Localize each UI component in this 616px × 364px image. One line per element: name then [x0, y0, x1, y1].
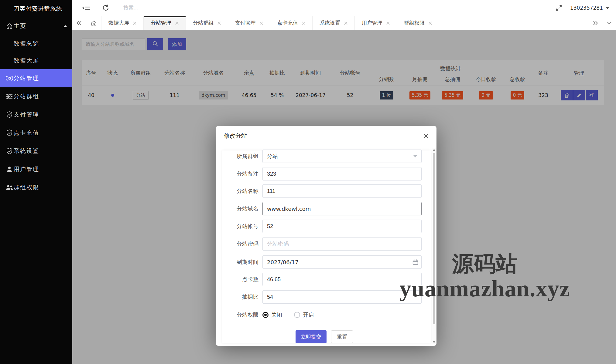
sidebar-item-data-overview[interactable]: 数据总览 [0, 35, 72, 52]
close-icon[interactable] [260, 20, 263, 26]
field-label: 分站备注 [222, 167, 258, 180]
sidebar-item-substation-management[interactable]: 分站管理 [0, 69, 72, 87]
form-row-group: 所属群组 分站 [222, 150, 422, 163]
tab-payment-management[interactable]: 支付管理 [228, 16, 270, 30]
password-input-wrap [262, 237, 422, 251]
close-icon[interactable] [429, 20, 432, 26]
sidebar-item-home[interactable]: 主页 [0, 17, 72, 35]
close-icon[interactable] [344, 20, 347, 26]
tab-label: 支付管理 [235, 19, 256, 26]
sidebar-item-substation-group[interactable]: 分站群组 [0, 87, 72, 106]
reset-button[interactable]: 重置 [331, 330, 353, 343]
sidebar-item-user-management[interactable]: 用户管理 [0, 160, 72, 178]
field-label: 分站帐号 [222, 220, 258, 233]
sidebar-item-card-recharge[interactable]: 点卡充值 [0, 124, 72, 142]
field-label: 分站域名 [222, 202, 258, 215]
chevron-down-icon [413, 155, 417, 157]
sidebar-item-payment-management[interactable]: 支付管理 [0, 106, 72, 124]
scroll-down-icon[interactable] [433, 341, 436, 343]
modal-scrollbar[interactable] [432, 148, 436, 344]
expire-date-input[interactable]: 2027/06/17 [262, 255, 422, 269]
tab-home[interactable] [86, 16, 101, 30]
remark-input-wrap [262, 167, 422, 180]
form-row-permission: 分站权限 关闭 开启 [222, 308, 422, 322]
points-input[interactable] [262, 273, 422, 286]
tab-system-settings[interactable]: 系统设置 [313, 16, 355, 30]
tabs-scroll-right-button[interactable] [588, 16, 602, 30]
app-title: 刀客付费进群系统 [14, 5, 62, 13]
tabbar: 数据大屏 分站管理 分站群组 支付管理 点卡充值 系统设置 用户管理 群组权限 [72, 16, 616, 30]
sidebar-item-label: 支付管理 [14, 111, 39, 119]
name-input[interactable] [262, 184, 422, 198]
close-icon[interactable] [133, 20, 136, 26]
close-icon[interactable] [175, 20, 179, 26]
topbar-right: 1302357281 [556, 5, 609, 11]
domain-value: www.dkewl.com [267, 206, 311, 212]
tab-card-recharge[interactable]: 点卡充值 [270, 16, 313, 30]
points-input-wrap [262, 273, 422, 286]
tab-data-screen[interactable]: 数据大屏 [101, 16, 144, 30]
modal-title: 修改分站 [224, 132, 247, 140]
user-menu[interactable]: 1302357281 [570, 5, 609, 11]
domain-input[interactable]: www.dkewl.com [262, 202, 422, 215]
expire-date-value: 2027/06/17 [267, 259, 299, 265]
close-icon[interactable] [386, 20, 390, 26]
tab-substation-management[interactable]: 分站管理 [144, 16, 186, 30]
tabs-scroll-left-button[interactable] [72, 16, 86, 30]
tab-label: 用户管理 [362, 19, 382, 26]
ratio-input[interactable] [262, 290, 422, 304]
group-select-wrap: 分站 [262, 150, 422, 163]
calendar-icon [412, 259, 418, 265]
menu-fold-icon[interactable] [82, 4, 91, 12]
scrollbar-thumb[interactable] [433, 153, 435, 324]
group-select[interactable]: 分站 [262, 150, 422, 163]
group-select-value: 分站 [267, 153, 278, 160]
scroll-up-icon[interactable] [433, 149, 436, 151]
sliders-icon [5, 93, 13, 100]
chevron-up-icon [63, 25, 67, 27]
tab-label: 数据大屏 [108, 19, 129, 26]
form-row-account: 分站帐号 [222, 220, 422, 233]
modal-header: 修改分站 [216, 126, 436, 146]
tab-substation-group[interactable]: 分站群组 [186, 16, 228, 30]
sidebar-item-label: 点卡充值 [14, 129, 39, 137]
tabs-menu-button[interactable] [602, 16, 616, 30]
radio-closed[interactable]: 关闭 [262, 308, 282, 322]
account-input-wrap [262, 220, 422, 233]
field-label: 分站名称 [222, 184, 258, 198]
close-icon[interactable] [302, 20, 305, 26]
tab-user-management[interactable]: 用户管理 [355, 16, 397, 30]
home-icon [5, 22, 13, 30]
tab-label: 系统设置 [320, 19, 340, 26]
sidebar-item-data-screen[interactable]: 数据大屏 [0, 52, 72, 69]
user-icon [5, 166, 13, 173]
close-icon[interactable] [423, 133, 429, 139]
radio-open[interactable]: 开启 [294, 308, 314, 322]
substation-icon [5, 75, 13, 82]
tab-group-permission[interactable]: 群组权限 [397, 16, 439, 30]
chevron-down-icon [606, 7, 609, 9]
submit-button[interactable]: 立即提交 [296, 330, 327, 343]
sidebar-item-system-settings[interactable]: 系统设置 [0, 142, 72, 160]
fullscreen-icon[interactable] [556, 5, 562, 11]
form-row-ratio: 抽拥比 [222, 290, 422, 304]
tab-label: 分站群组 [193, 19, 214, 26]
shield-check-icon [5, 129, 13, 136]
footer-divider [222, 328, 422, 328]
global-search-input[interactable] [123, 5, 214, 11]
close-icon[interactable] [217, 20, 221, 26]
refresh-icon[interactable] [102, 4, 109, 12]
radio-checked-icon [262, 312, 269, 318]
field-label: 分站密码 [222, 237, 258, 251]
username: 1302357281 [570, 5, 603, 11]
account-input[interactable] [262, 220, 422, 233]
topbar: 1302357281 [72, 0, 616, 16]
field-label: 到期时间 [222, 255, 258, 269]
password-input[interactable] [262, 237, 422, 251]
remark-input[interactable] [262, 167, 422, 180]
field-label: 所属群组 [222, 150, 258, 163]
radio-unchecked-icon [294, 312, 300, 318]
form-row-name: 分站名称 [222, 184, 422, 198]
sidebar-item-group-permission[interactable]: 群组权限 [0, 178, 72, 197]
field-label: 点卡数 [222, 273, 258, 286]
